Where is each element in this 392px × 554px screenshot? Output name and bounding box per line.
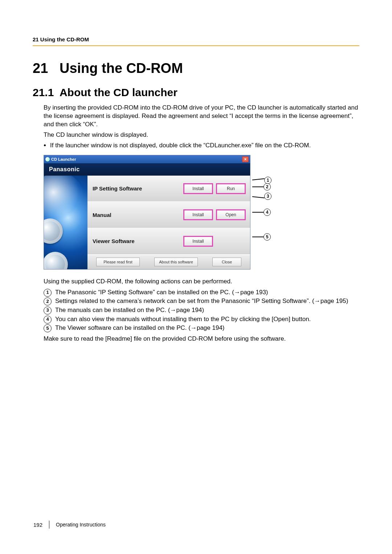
legend-lead: Using the supplied CD-ROM, the following…	[33, 278, 359, 286]
running-header: 21 Using the CD-ROM	[33, 36, 359, 46]
section-heading: 21.1 About the CD launcher	[33, 86, 359, 99]
cd-launcher-figure: CD Launcher × Panasonic IP Setting Softw…	[44, 155, 269, 270]
callout-5: 5	[252, 233, 271, 241]
legend-item-3: 3The manuals can be installed on the PC.…	[33, 306, 359, 315]
callout-4: 4	[252, 209, 271, 216]
section-title: About the CD launcher	[60, 86, 177, 98]
page-footer: 192 Operating Instructions	[33, 521, 106, 529]
window-title: CD Launcher	[51, 157, 76, 161]
install-button[interactable]: Install	[184, 210, 212, 219]
chapter-heading: 21 Using the CD-ROM	[33, 61, 359, 76]
legend-item-4: 4You can also view the manuals without i…	[33, 315, 359, 324]
legend-list: 1The Panasonic “IP Setting Software” can…	[33, 288, 359, 333]
please-read-first-button[interactable]: Please read first	[96, 258, 140, 266]
disc-icon	[44, 218, 63, 244]
install-button[interactable]: Install	[184, 237, 212, 246]
callout-number: 5	[264, 233, 271, 241]
legend-text: The Viewer software can be installed on …	[55, 324, 359, 333]
circled-number-icon: 1	[44, 289, 52, 297]
callout-number: 4	[264, 209, 271, 216]
callout-number: 3	[264, 193, 271, 200]
circled-number-icon: 4	[44, 316, 52, 324]
callout-2: 2	[252, 183, 271, 190]
close-button[interactable]: Close	[212, 258, 241, 266]
section-number: 21.1	[33, 86, 54, 98]
callout-1: 1	[252, 177, 271, 184]
disc-icon	[44, 252, 68, 269]
circled-number-icon: 3	[44, 307, 52, 315]
chapter-title: Using the CD-ROM	[60, 61, 183, 76]
footer-doc-title: Operating Instructions	[56, 522, 106, 528]
legend-text: You can also view the manuals without in…	[55, 315, 359, 324]
row-manual: Manual Install Open	[87, 202, 250, 228]
close-icon[interactable]: ×	[242, 156, 249, 162]
install-button[interactable]: Install	[184, 184, 212, 193]
page-number: 192	[33, 522, 42, 528]
launcher-bottom-bar: Please read first About this software Cl…	[87, 255, 250, 269]
row-label: Manual	[93, 212, 180, 218]
side-illustration	[44, 176, 87, 269]
legend-text: Settings related to the camera’s network…	[55, 297, 359, 306]
cd-launcher-window: CD Launcher × Panasonic IP Setting Softw…	[44, 155, 250, 270]
about-this-software-button[interactable]: About this software	[154, 258, 198, 266]
row-label: IP Setting Software	[93, 185, 180, 192]
intro-bullet-1: If the launcher window is not displayed,…	[50, 141, 359, 150]
row-viewer-software: Viewer Software Install	[87, 228, 250, 255]
callout-3: 3	[252, 193, 271, 200]
row-label: Viewer Software	[93, 238, 180, 244]
legend-item-2: 2Settings related to the camera’s networ…	[33, 297, 359, 306]
callout-number: 1	[264, 177, 271, 184]
row-ip-setting-software: IP Setting Software Install Run	[87, 176, 250, 202]
callout-number: 2	[264, 183, 271, 190]
chapter-number: 21	[33, 61, 48, 76]
intro-paragraph-1: By inserting the provided CD-ROM into th…	[33, 104, 359, 129]
open-button[interactable]: Open	[217, 210, 245, 219]
run-button[interactable]: Run	[217, 184, 245, 193]
legend-item-1: 1The Panasonic “IP Setting Software” can…	[33, 288, 359, 297]
legend-tail: Make sure to read the [Readme] file on t…	[33, 335, 359, 343]
intro-paragraph-2: The CD launcher window is displayed.	[33, 131, 359, 139]
circled-number-icon: 2	[44, 297, 52, 305]
circled-number-icon: 5	[44, 324, 52, 332]
window-titlebar: CD Launcher ×	[44, 155, 250, 163]
legend-item-5: 5The Viewer software can be installed on…	[33, 324, 359, 333]
legend-text: The Panasonic “IP Setting Software” can …	[55, 288, 359, 297]
brand-bar: Panasonic	[44, 163, 250, 176]
app-icon	[45, 157, 50, 161]
footer-separator	[49, 521, 49, 529]
legend-text: The manuals can be installed on the PC. …	[55, 306, 359, 315]
